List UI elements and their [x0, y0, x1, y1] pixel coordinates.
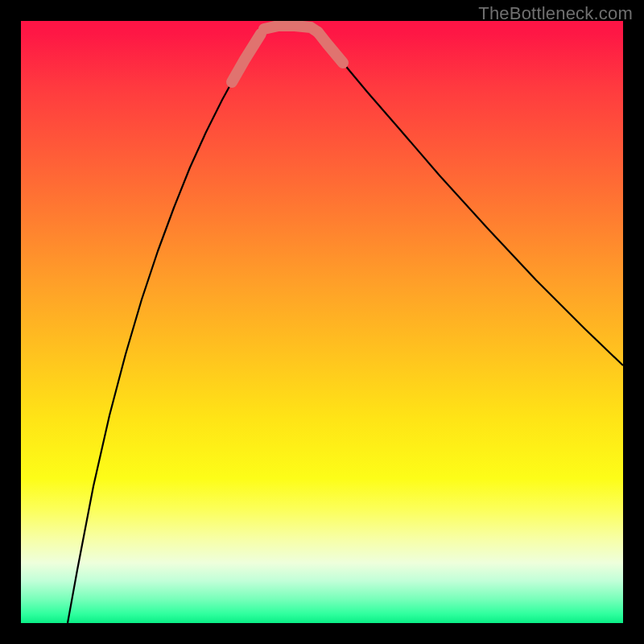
- chart-frame: TheBottleneck.com: [0, 0, 644, 644]
- plot-area: [21, 21, 623, 623]
- series-left-branch: [68, 29, 264, 623]
- series-marker-right: [318, 32, 343, 63]
- series-marker-left: [232, 34, 261, 82]
- series-marker-valley: [264, 26, 318, 32]
- curve-layer: [21, 21, 623, 623]
- series-right-branch: [318, 32, 623, 365]
- watermark-text: TheBottleneck.com: [478, 3, 633, 24]
